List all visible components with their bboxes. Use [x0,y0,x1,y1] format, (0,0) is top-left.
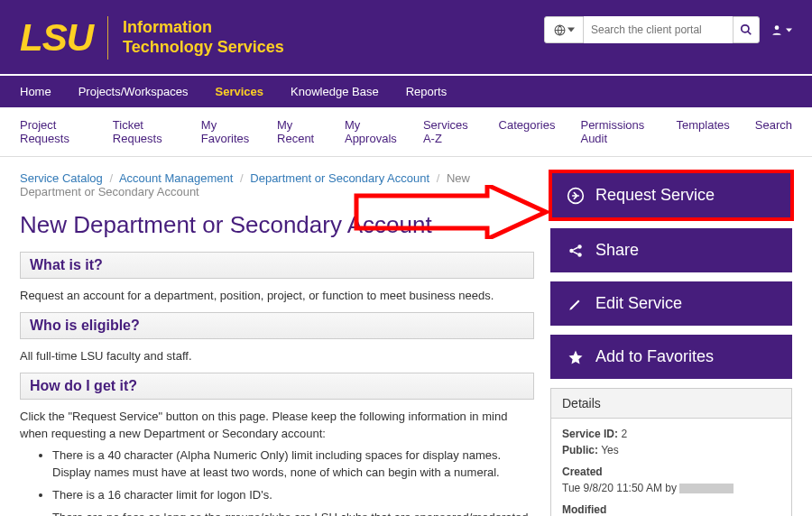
globe-dropdown[interactable] [544,16,584,43]
public-row: Public: Yes [562,444,780,456]
main-column: Service Catalog / Account Management / D… [20,171,534,516]
breadcrumb-link[interactable]: Service Catalog [20,171,103,185]
breadcrumb-link[interactable]: Account Management [119,171,233,185]
section-how-intro: Click the "Request Service" button on th… [20,410,507,440]
section-eligible-text: All full-time LSU faculty and staff. [20,348,534,365]
logo-area: LSU Information Technology Services [20,16,284,60]
main-nav: Home Projects/Workspaces Services Knowle… [0,74,812,107]
list-item: There are no fees as long as the groups/… [52,510,534,516]
section-eligible-heading: Who is eligible? [20,312,534,339]
user-menu[interactable] [770,23,792,36]
subnav-categories[interactable]: Categories [499,107,556,156]
content-wrap: Service Catalog / Account Management / D… [0,157,812,516]
svg-point-5 [577,244,582,249]
request-service-label: Request Service [595,186,715,205]
logo-divider [107,16,108,60]
nav-projects[interactable]: Projects/Workspaces [78,76,189,107]
arrow-circle-right-icon [567,187,585,205]
subnav-templates[interactable]: Templates [677,107,730,156]
search-button[interactable] [733,16,760,43]
section-what-text: Request an account for a department, pos… [20,288,534,305]
created-label: Created [562,465,780,478]
page-title: New Department or Secondary Account [20,211,534,239]
search-icon [740,23,752,36]
breadcrumb-sep: / [240,171,244,185]
svg-point-2 [775,25,780,30]
subnav-ticket-requests[interactable]: Ticket Requests [113,107,176,156]
subnav-my-recent[interactable]: My Recent [277,107,319,156]
nav-knowledge-base[interactable]: Knowledge Base [291,76,379,107]
edit-service-label: Edit Service [595,294,682,313]
search-group [544,16,760,43]
lsu-logo: LSU [20,16,93,60]
site-title: Information Technology Services [123,18,284,57]
sidebar-column: Request Service Share Edit Service Add t… [550,171,792,516]
subnav-permissions-audit[interactable]: Permissions Audit [580,107,651,156]
subnav-search[interactable]: Search [755,107,792,156]
breadcrumb-link[interactable]: Department or Secondary Account [250,171,429,185]
star-icon [567,349,585,365]
section-how-heading: How do I get it? [20,373,534,400]
nav-home[interactable]: Home [20,76,51,107]
redacted-name [679,484,734,493]
breadcrumb-sep: / [109,171,113,185]
nav-reports[interactable]: Reports [406,76,448,107]
details-panel: Details Service ID: 2 Public: Yes Create… [550,388,792,516]
request-service-button[interactable]: Request Service [550,171,792,219]
subnav-my-approvals[interactable]: My Approvals [345,107,398,156]
list-item: There is a 16 character limit for logon … [52,487,534,504]
section-how-list: There is a 40 character (Alpha Numeric O… [20,447,534,516]
user-icon [770,23,783,36]
caret-down-icon [567,26,575,33]
pencil-icon [567,296,585,312]
breadcrumb-sep: / [437,171,440,185]
sub-nav: Project Requests Ticket Requests My Favo… [0,107,812,157]
section-what-heading: What is it? [20,252,534,279]
section-how-body: Click the "Request Service" button on th… [20,409,534,516]
add-favorites-label: Add to Favorites [595,347,714,366]
edit-service-button[interactable]: Edit Service [550,281,792,326]
svg-point-6 [577,253,582,257]
svg-point-1 [742,25,749,32]
breadcrumb: Service Catalog / Account Management / D… [20,171,534,198]
service-id-row: Service ID: 2 [562,428,780,440]
subnav-project-requests[interactable]: Project Requests [20,107,88,156]
details-heading: Details [551,389,791,419]
nav-services[interactable]: Services [216,76,264,107]
header-right [544,16,792,43]
details-body: Service ID: 2 Public: Yes Created Tue 9/… [551,419,791,516]
add-favorites-button[interactable]: Add to Favorites [550,335,792,379]
share-icon [567,243,585,259]
header-bar: LSU Information Technology Services [0,0,812,74]
created-value: Tue 9/8/20 11:50 AM by [562,482,780,494]
list-item: There is a 40 character (Alpha Numeric O… [52,447,534,482]
search-input[interactable] [584,16,733,43]
share-button[interactable]: Share [550,228,792,272]
globe-icon [554,24,566,36]
svg-point-4 [569,248,574,253]
modified-label: Modified [562,503,780,516]
subnav-my-favorites[interactable]: My Favorites [201,107,252,156]
caret-down-icon [786,27,792,33]
share-label: Share [595,241,639,260]
subnav-services-az[interactable]: Services A-Z [423,107,474,156]
